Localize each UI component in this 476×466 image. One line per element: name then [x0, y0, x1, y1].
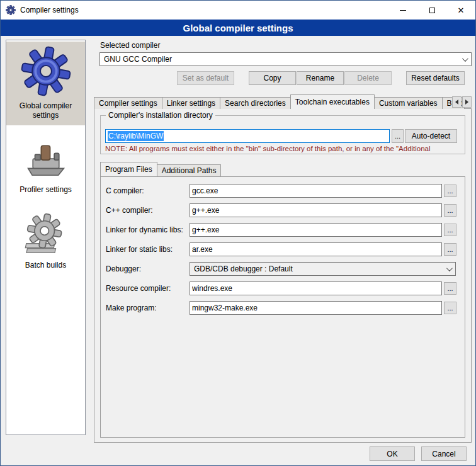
group-title: Compiler's installation directory: [106, 111, 215, 120]
program-tabs: Program Files Additional Paths: [100, 163, 220, 176]
window-controls: ✕: [388, 1, 475, 20]
sidebar-item-global-compiler-settings[interactable]: Global compiler settings: [6, 42, 85, 125]
browse-directory-button[interactable]: ...: [392, 129, 404, 143]
cpp-compiler-input[interactable]: [190, 203, 442, 217]
compiler-settings-dialog: Compiler settings ✕ Global compiler sett…: [0, 0, 476, 466]
installation-directory-group: Compiler's installation directory C:\ray…: [100, 115, 465, 154]
tab-linker-settings[interactable]: Linker settings: [162, 97, 220, 109]
rename-button[interactable]: Rename: [297, 71, 344, 85]
minimize-button[interactable]: [388, 1, 417, 20]
set-as-default-button: Set as default: [177, 71, 234, 85]
maximize-button[interactable]: [417, 1, 446, 20]
chevron-down-icon: [446, 265, 453, 271]
dynamic-linker-input[interactable]: [190, 223, 442, 237]
sidebar-item-label: Batch builds: [25, 261, 66, 270]
settings-category-sidebar: Global compiler settings Profiler settin…: [6, 40, 86, 435]
field-label: Debugger:: [106, 262, 141, 276]
selected-compiler-label: Selected compiler: [100, 41, 160, 50]
arrow-right-icon: [465, 99, 468, 105]
chevron-down-icon: [462, 55, 468, 62]
copy-button[interactable]: Copy: [249, 71, 296, 85]
field-label: Make program:: [106, 301, 157, 315]
tab-additional-paths[interactable]: Additional Paths: [157, 164, 222, 176]
browse-button[interactable]: ...: [444, 282, 456, 295]
ok-button[interactable]: OK: [370, 446, 415, 461]
static-linker-input[interactable]: [190, 242, 442, 256]
settings-tabs: Compiler settings Linker settings Search…: [94, 96, 464, 109]
field-label: C compiler:: [106, 184, 144, 198]
field-label: Resource compiler:: [106, 281, 171, 295]
installation-directory-value: C:\raylib\MinGW: [108, 131, 164, 141]
tab-search-directories[interactable]: Search directories: [220, 97, 291, 109]
tab-scroll-right-button[interactable]: [462, 96, 472, 108]
compiler-select[interactable]: GNU GCC Compiler: [99, 52, 472, 66]
maximize-icon: [429, 8, 435, 13]
program-files-panel: C compiler: ... C++ compiler: ... Linker…: [100, 176, 465, 438]
window-title: Compiler settings: [20, 6, 79, 14]
resource-compiler-input[interactable]: [190, 281, 442, 295]
reset-defaults-button[interactable]: Reset defaults: [406, 71, 465, 85]
debugger-select-value: GDB/CDB debugger : Default: [194, 264, 293, 273]
delete-button: Delete: [344, 71, 392, 85]
installation-directory-input[interactable]: C:\raylib\MinGW: [105, 129, 390, 143]
make-program-input[interactable]: [190, 301, 442, 315]
browse-button[interactable]: ...: [444, 302, 456, 314]
app-gear-icon: [6, 5, 16, 15]
tab-toolchain-executables[interactable]: Toolchain executables: [290, 94, 375, 109]
profiler-tool-icon: [24, 137, 68, 181]
browse-button[interactable]: ...: [444, 224, 456, 236]
page-title: Global compiler settings: [1, 20, 475, 36]
sidebar-item-profiler-settings[interactable]: Profiler settings: [6, 133, 85, 200]
sidebar-item-batch-builds[interactable]: Batch builds: [6, 207, 85, 275]
cancel-button[interactable]: Cancel: [421, 446, 467, 461]
debugger-select[interactable]: GDB/CDB debugger : Default: [190, 262, 456, 276]
compiler-select-value: GNU GCC Compiler: [104, 55, 172, 64]
tab-program-files[interactable]: Program Files: [100, 162, 157, 176]
tab-compiler-settings[interactable]: Compiler settings: [94, 97, 162, 109]
browse-button[interactable]: ...: [444, 243, 456, 256]
c-compiler-input[interactable]: [190, 184, 442, 198]
tab-custom-variables[interactable]: Custom variables: [374, 97, 443, 109]
note-text: NOTE: All programs must exist either in …: [105, 145, 463, 152]
sidebar-item-label: Profiler settings: [20, 185, 72, 195]
arrow-left-icon: [455, 99, 458, 105]
field-label: C++ compiler:: [106, 203, 153, 217]
browse-button[interactable]: ...: [444, 185, 456, 197]
tab-scroll-left-button[interactable]: [452, 96, 462, 108]
close-icon: ✕: [458, 6, 465, 15]
gray-gear-icon: [23, 211, 69, 256]
field-label: Linker for static libs:: [106, 242, 173, 256]
browse-button[interactable]: ...: [444, 204, 456, 217]
close-button[interactable]: ✕: [446, 1, 475, 20]
field-label: Linker for dynamic libs:: [106, 223, 183, 237]
sidebar-item-label: Global compiler settings: [8, 101, 84, 120]
auto-detect-button[interactable]: Auto-detect: [405, 129, 457, 143]
blue-gear-icon: [20, 45, 72, 97]
minimize-icon: [400, 10, 406, 11]
title-bar: Compiler settings ✕: [1, 1, 475, 20]
